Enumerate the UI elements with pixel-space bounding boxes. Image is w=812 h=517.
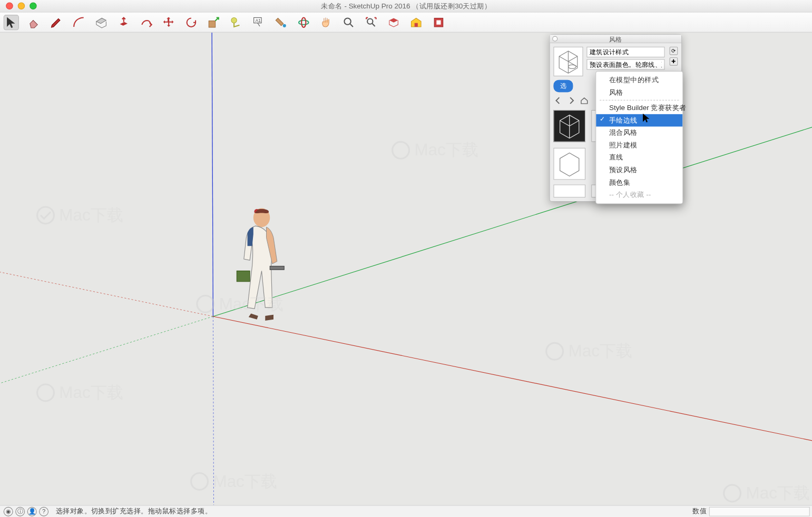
styles-dropdown-menu[interactable]: 在模型中的样式 风格 Style Builder 竞赛获奖者 ✓手绘边线 混合风… bbox=[595, 71, 683, 204]
tool-offset[interactable] bbox=[139, 15, 154, 30]
menu-item-photo[interactable]: 照片建模 bbox=[596, 139, 682, 152]
svg-point-8 bbox=[367, 18, 373, 24]
menu-item-assorted[interactable]: 混合风格 bbox=[596, 126, 682, 139]
status-signin-icon[interactable]: 👤 bbox=[27, 506, 37, 516]
nav-back-button[interactable] bbox=[553, 96, 563, 105]
measurement-label: 数值 bbox=[692, 506, 707, 516]
style-thumb-1[interactable] bbox=[553, 110, 585, 142]
tab-select[interactable]: 选 bbox=[553, 80, 573, 93]
minimize-window-button[interactable] bbox=[18, 2, 25, 9]
style-thumb-4[interactable] bbox=[553, 148, 585, 180]
zoom-window-button[interactable] bbox=[30, 2, 36, 9]
menu-separator bbox=[600, 100, 679, 101]
title-bar: 未命名 - SketchUp Pro 2016 （试用版还剩30天过期） bbox=[0, 0, 812, 13]
menu-item-stylebuilder[interactable]: Style Builder 竞赛获奖者 bbox=[596, 102, 682, 114]
svg-rect-18 bbox=[237, 271, 250, 282]
tool-zoom[interactable] bbox=[341, 15, 356, 30]
style-name-input[interactable] bbox=[586, 47, 664, 57]
current-style-thumb[interactable] bbox=[553, 47, 583, 76]
menu-item-favorites: -- 个人收藏 -- bbox=[596, 188, 682, 201]
svg-line-14 bbox=[0, 316, 213, 383]
status-bar: ◉ ⓘ 👤 ? 选择对象。切换到扩充选择。拖动鼠标选择多项。 数值 bbox=[0, 505, 812, 516]
svg-line-15 bbox=[213, 316, 812, 441]
svg-line-12 bbox=[213, 316, 213, 505]
window-controls bbox=[0, 2, 37, 9]
status-geo-icon[interactable]: ◉ bbox=[4, 506, 13, 516]
scale-figure bbox=[232, 207, 297, 325]
status-help-icon[interactable]: ? bbox=[39, 506, 48, 516]
tool-arc[interactable] bbox=[71, 15, 86, 30]
menu-item-colorsets[interactable]: 颜色集 bbox=[596, 176, 682, 189]
tool-pencil[interactable] bbox=[48, 15, 64, 30]
nav-home-button[interactable] bbox=[580, 96, 589, 105]
tool-tape[interactable] bbox=[229, 15, 244, 30]
status-hint: 选择对象。切换到扩充选择。拖动鼠标选择多项。 bbox=[56, 506, 212, 516]
tool-pushpull[interactable] bbox=[116, 15, 131, 30]
style-new-icon[interactable]: ✚ bbox=[670, 57, 678, 66]
menu-item-styles[interactable]: 风格 bbox=[596, 86, 682, 99]
panel-minimize-button[interactable] bbox=[552, 36, 557, 42]
tool-zoom-extents[interactable] bbox=[364, 15, 379, 30]
main-toolbar: A1 bbox=[0, 13, 812, 33]
svg-point-5 bbox=[299, 20, 309, 24]
nav-forward-button[interactable] bbox=[566, 96, 576, 105]
status-credits-icon[interactable]: ⓘ bbox=[15, 506, 25, 516]
svg-line-11 bbox=[212, 33, 213, 316]
svg-point-7 bbox=[344, 18, 350, 24]
svg-text:A1: A1 bbox=[256, 18, 261, 23]
style-desc-input[interactable] bbox=[586, 59, 664, 69]
tool-select[interactable] bbox=[4, 15, 19, 30]
svg-rect-9 bbox=[415, 23, 418, 26]
window-title: 未命名 - SketchUp Pro 2016 （试用版还剩30天过期） bbox=[321, 1, 491, 11]
tool-addlocation[interactable] bbox=[386, 15, 401, 30]
menu-item-default[interactable]: 预设风格 bbox=[596, 164, 682, 176]
svg-line-16 bbox=[0, 272, 213, 316]
tool-pan[interactable] bbox=[318, 15, 334, 30]
tool-move[interactable] bbox=[161, 15, 177, 30]
svg-point-1 bbox=[231, 17, 237, 23]
svg-line-13 bbox=[213, 127, 812, 316]
tool-paint[interactable] bbox=[273, 15, 289, 30]
tool-eraser[interactable] bbox=[26, 15, 41, 30]
menu-item-in-model[interactable]: 在模型中的样式 bbox=[596, 74, 682, 86]
tool-rotate[interactable] bbox=[183, 15, 199, 30]
svg-rect-0 bbox=[209, 21, 215, 27]
tool-text[interactable]: A1 bbox=[251, 15, 266, 30]
tool-scale[interactable] bbox=[206, 15, 221, 30]
axes bbox=[0, 33, 812, 505]
menu-item-sketchy-edges[interactable]: ✓手绘边线 bbox=[596, 114, 682, 127]
menu-item-straight[interactable]: 直线 bbox=[596, 152, 682, 164]
model-viewport[interactable]: Mac下载 Mac下载 Mac下载 Mac下载 Mac下载 Mac下载 Mac下… bbox=[0, 33, 812, 505]
tool-warehouse[interactable] bbox=[408, 15, 424, 30]
tool-rectangle[interactable] bbox=[93, 15, 109, 30]
panel-title: 风格 bbox=[550, 35, 681, 43]
tool-layout[interactable] bbox=[431, 15, 446, 30]
svg-point-6 bbox=[301, 17, 306, 27]
measurement-input[interactable] bbox=[709, 506, 810, 516]
svg-rect-19 bbox=[270, 266, 284, 270]
style-refresh-icon[interactable]: ⟳ bbox=[670, 47, 678, 55]
svg-point-4 bbox=[283, 24, 286, 27]
style-thumb-5[interactable] bbox=[553, 185, 585, 198]
tool-orbit[interactable] bbox=[296, 15, 311, 30]
close-window-button[interactable] bbox=[6, 2, 13, 9]
